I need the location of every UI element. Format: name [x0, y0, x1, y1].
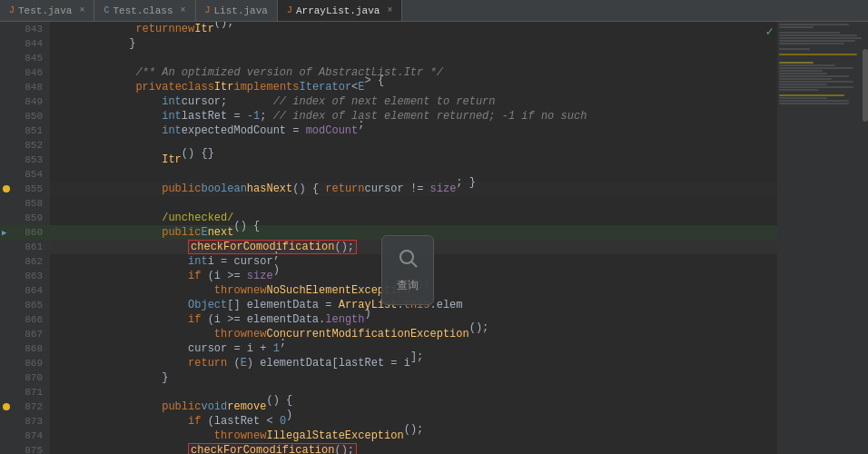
tab-label-test-java: Test.java	[18, 5, 72, 16]
line-num-843: 843	[0, 22, 50, 36]
tab-icon-arraylist-java: J	[287, 5, 292, 15]
tab-icon-list-java: J	[205, 5, 211, 15]
line-num-849: 849	[0, 94, 50, 109]
line-content-845	[50, 51, 777, 65]
line-num-851: 851	[0, 123, 50, 138]
line-num-868: 868	[0, 341, 50, 356]
line-num-855: 855	[0, 182, 50, 196]
line-num-859: 859	[0, 211, 50, 225]
tab-close-test-java[interactable]: ×	[79, 5, 84, 15]
line-num-861: 861	[0, 240, 50, 254]
line-content-843: return new Itr();	[50, 22, 777, 36]
line-num-865: 865	[0, 298, 50, 312]
tab-close-arraylist-java[interactable]: ×	[387, 5, 392, 15]
line-num-864: 864	[0, 283, 50, 298]
tab-bar: J Test.java × C Test.class × J List.java…	[0, 0, 868, 22]
line-num-845: 845	[0, 51, 50, 65]
line-num-871: 871	[0, 385, 50, 400]
line-num-852: 852	[0, 138, 50, 153]
line-content-853: Itr() {}	[50, 153, 777, 167]
tab-label-test-class: Test.class	[113, 5, 173, 16]
code-line-851: 851 int expectedModCount = modCount;	[0, 123, 777, 138]
line-content-844: }	[50, 36, 777, 51]
check-mark: ✓	[766, 24, 774, 39]
line-num-858: 858	[0, 196, 50, 211]
code-area[interactable]: 843 return new Itr(); 844 } 845 846 /** …	[0, 22, 777, 454]
line-num-846: 846	[0, 65, 50, 80]
line-content-875: checkForComodification();	[50, 443, 777, 454]
line-num-875: 875	[0, 443, 50, 454]
tab-arraylist-java[interactable]: J ArrayList.java ×	[278, 0, 402, 21]
line-num-873: 873	[0, 414, 50, 429]
tab-label-list-java: List.java	[214, 5, 268, 16]
line-content-851: int expectedModCount = modCount;	[50, 123, 777, 138]
line-content-855: public boolean hasNext() { return cursor…	[50, 182, 777, 196]
tab-icon-test-class: C	[104, 5, 109, 15]
line-content-846: /** An optimized version of AbstractList…	[50, 65, 777, 80]
throw-keyword: throw	[214, 328, 247, 340]
line-num-844: 844	[0, 36, 50, 51]
line-num-863: 863	[0, 269, 50, 283]
line-num-866: 866	[0, 312, 50, 327]
editor-container: 843 return new Itr(); 844 } 845 846 /** …	[0, 22, 868, 454]
search-icon	[397, 247, 419, 274]
minimap[interactable]	[777, 22, 868, 454]
svg-line-1	[412, 262, 418, 268]
tab-close-test-class[interactable]: ×	[180, 5, 185, 15]
line-num-862: 862	[0, 254, 50, 269]
tab-test-java[interactable]: J Test.java ×	[0, 0, 94, 21]
query-popup-label: 查询	[397, 278, 419, 293]
line-num-874: 874	[0, 429, 50, 443]
line-num-853: 853	[0, 153, 50, 167]
line-content-870: }	[50, 370, 777, 385]
line-num-860: ▶ 860	[0, 225, 50, 240]
line-num-850: 850	[0, 109, 50, 123]
svg-point-0	[400, 251, 413, 263]
line-num-848: 848	[0, 80, 50, 94]
line-num-854: 854	[0, 167, 50, 182]
line-num-872: 872	[0, 400, 50, 414]
tab-test-class[interactable]: C Test.class ×	[94, 0, 195, 21]
minimap-content	[777, 22, 868, 107]
code-line-844: 844 }	[0, 36, 777, 51]
code-line-875: 875 checkForComodification();	[0, 443, 777, 454]
tab-icon-test-java: J	[9, 5, 15, 15]
query-popup: 查询	[381, 235, 434, 305]
code-line-870: 870 }	[0, 370, 777, 385]
code-line-853: 853 Itr() {}	[0, 153, 777, 167]
line-num-869: 869	[0, 356, 50, 370]
tab-label-arraylist-java: ArrayList.java	[296, 5, 380, 16]
tab-list-java[interactable]: J List.java	[196, 0, 278, 21]
code-line-855: 855 public boolean hasNext() { return cu…	[0, 182, 777, 196]
line-num-867: 867	[0, 327, 50, 341]
line-num-870: 870	[0, 370, 50, 385]
